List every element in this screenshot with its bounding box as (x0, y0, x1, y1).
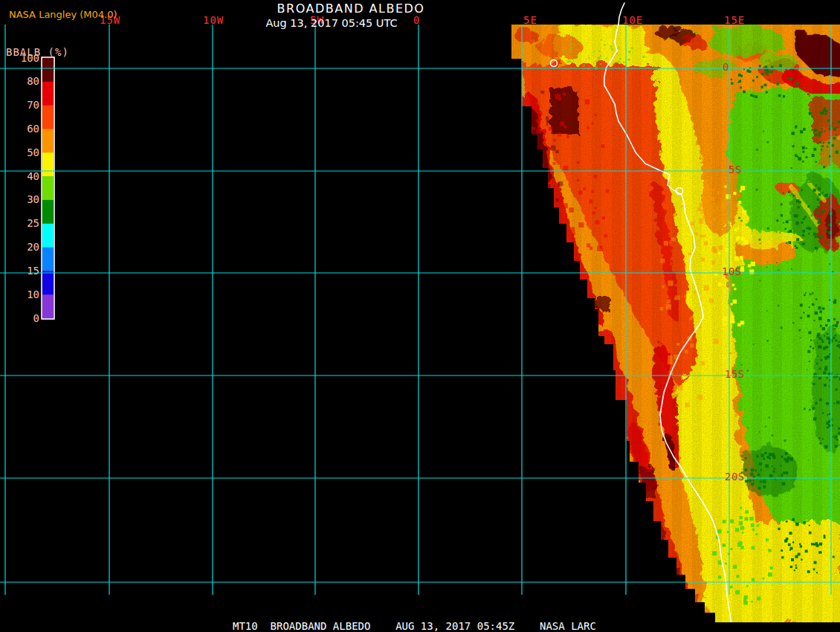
speckle (578, 190, 582, 194)
speckle (785, 228, 786, 230)
speckle (668, 359, 673, 364)
speckle (529, 190, 533, 194)
speckle (800, 130, 803, 133)
legend-segment (42, 294, 54, 318)
longitude-label: 15E (724, 14, 745, 26)
speckle (795, 523, 798, 526)
speckle (817, 143, 818, 144)
speckle (587, 243, 590, 247)
speckle (529, 138, 532, 141)
speckle (760, 469, 763, 471)
speckle (556, 199, 559, 201)
speckle (807, 227, 809, 229)
speckle (821, 219, 822, 220)
speckle (714, 249, 717, 253)
speckle (712, 551, 717, 555)
speckle (661, 259, 665, 263)
speckle (712, 189, 714, 191)
speckle (673, 213, 676, 216)
speckle (836, 345, 838, 346)
speckle (699, 219, 704, 224)
speckle (570, 47, 572, 49)
speckle (765, 65, 768, 68)
speckle (788, 544, 791, 546)
footer-caption: MT10 BROADBAND ALBEDO AUG 13, 2017 05:45… (233, 620, 596, 632)
speckle (824, 335, 825, 337)
speckle (829, 212, 833, 216)
speckle (529, 138, 532, 141)
speckle (813, 373, 817, 377)
speckle (748, 264, 751, 267)
speckle (766, 69, 769, 71)
speckle (724, 185, 726, 187)
speckle (549, 238, 553, 242)
speckle (572, 232, 575, 235)
speckle (560, 122, 564, 126)
speckle (572, 58, 574, 59)
speckle (569, 60, 571, 62)
speckle (784, 439, 786, 442)
speckle (563, 203, 568, 208)
speckle (752, 546, 755, 549)
speckle (753, 344, 755, 345)
speckle (824, 131, 825, 132)
speckle (763, 578, 765, 580)
speckle (787, 77, 789, 79)
speckle (808, 460, 809, 461)
speckle (730, 520, 734, 523)
speckle (820, 325, 822, 327)
speckle (776, 219, 778, 222)
speckle (814, 561, 817, 564)
speckle (810, 340, 812, 341)
speckle (807, 370, 807, 370)
speckle (711, 210, 714, 212)
speckle (812, 407, 815, 410)
speckle (823, 346, 826, 349)
speckle (781, 214, 783, 216)
speckle (802, 151, 804, 153)
speckle (815, 312, 818, 315)
speckle (744, 596, 748, 599)
speckle (718, 575, 721, 578)
speckle (719, 245, 723, 250)
speckle (642, 56, 644, 58)
speckle (736, 575, 739, 578)
legend-tick-label: 50 (27, 146, 39, 158)
latitude-label: 0 (723, 61, 729, 73)
speckle (833, 436, 834, 437)
speckle (600, 55, 601, 57)
speckle (567, 289, 571, 293)
speckle (818, 337, 821, 340)
speckle (740, 190, 742, 193)
speckle (791, 167, 792, 169)
speckle (752, 480, 754, 481)
speckle (809, 525, 810, 526)
speckle (551, 189, 553, 191)
speckle (545, 184, 547, 186)
speckle (824, 107, 825, 109)
speckle (543, 149, 546, 152)
speckle (824, 229, 827, 231)
speckle (604, 44, 606, 46)
speckle (822, 341, 824, 343)
speckle (767, 262, 768, 262)
speckle (763, 486, 766, 488)
speckle (818, 306, 821, 309)
speckle (733, 192, 736, 195)
speckle (723, 323, 727, 326)
speckle (563, 54, 564, 56)
speckle (763, 131, 764, 132)
speckle (598, 57, 601, 60)
speckle (824, 445, 828, 449)
speckle (752, 578, 755, 581)
speckle (733, 565, 737, 569)
speckle (805, 549, 808, 552)
speckle (668, 355, 673, 360)
speckle (816, 211, 819, 214)
speckle (750, 473, 753, 476)
speckle (835, 445, 838, 448)
speckle (778, 305, 779, 306)
speckle (689, 317, 692, 320)
speckle (611, 48, 613, 51)
speckle (827, 414, 829, 416)
